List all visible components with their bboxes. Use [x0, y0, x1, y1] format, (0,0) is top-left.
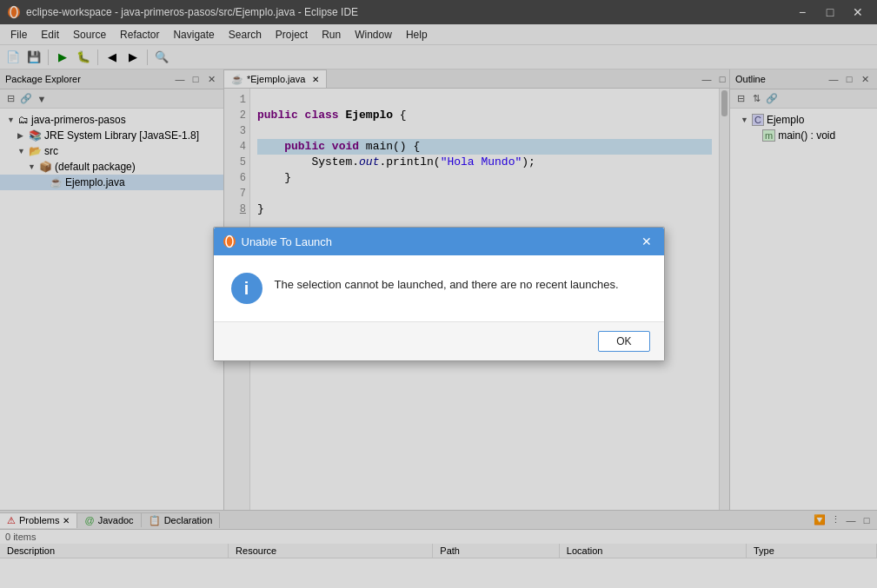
dialog-info-icon: i	[231, 273, 262, 304]
dialog-close-button[interactable]: ✕	[638, 233, 655, 250]
dialog-title: Unable To Launch	[242, 235, 333, 248]
dialog-body: i The selection cannot be launched, and …	[214, 255, 664, 321]
dialog-titlebar-left: Unable To Launch	[223, 235, 333, 248]
unable-to-launch-dialog: Unable To Launch ✕ i The selection canno…	[213, 227, 665, 361]
dialog-message: The selection cannot be launched, and th…	[275, 273, 647, 291]
dialog-footer: OK	[214, 321, 664, 360]
svg-point-2	[223, 235, 236, 248]
dialog-eclipse-icon	[223, 235, 236, 248]
dialog-overlay: Unable To Launch ✕ i The selection canno…	[0, 0, 877, 588]
dialog-ok-button[interactable]: OK	[598, 331, 649, 352]
dialog-icon-text: i	[244, 279, 249, 299]
dialog-titlebar: Unable To Launch ✕	[214, 228, 664, 255]
